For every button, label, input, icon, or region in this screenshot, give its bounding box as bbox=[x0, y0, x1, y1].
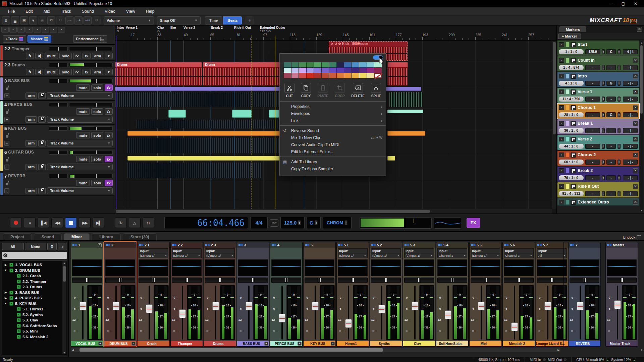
stepper[interactable]: ▲ ▼ bbox=[618, 160, 621, 165]
volume-fader[interactable] bbox=[444, 285, 452, 340]
stepper[interactable]: ▲ ▼ bbox=[618, 144, 621, 149]
timeline-hscrollbar[interactable] bbox=[115, 209, 552, 214]
snap-select[interactable]: Snap Off▼ bbox=[157, 16, 201, 24]
channel-strip-1[interactable]: 10 –6 –12 –∞ –– 9 –– 18 –– 27 –– 36 –VOC… bbox=[71, 242, 103, 347]
undo-icon[interactable]: ↺ bbox=[47, 16, 55, 24]
marker-timesig[interactable]: - | - bbox=[623, 175, 638, 180]
minimize-icon[interactable]: – bbox=[610, 1, 613, 6]
checkbox-checked-icon[interactable]: × bbox=[9, 291, 13, 295]
close-icon[interactable]: ✕ bbox=[634, 1, 637, 6]
mixer-hscrollbar[interactable]: ◀ ▶ bbox=[71, 348, 560, 352]
input-select[interactable]: (L)Input 1/▼ bbox=[338, 253, 368, 258]
color-swatch[interactable] bbox=[367, 73, 374, 78]
marker-row-extended-outro[interactable]: ›Extended Outro✕ bbox=[557, 198, 639, 205]
scroll-down-icon[interactable]: ▼ bbox=[640, 209, 643, 212]
percs-clip[interactable] bbox=[168, 110, 186, 118]
expand-icon[interactable]: › bbox=[559, 153, 564, 157]
guitar-clip-bar[interactable] bbox=[127, 156, 280, 161]
marker-color-chip[interactable] bbox=[566, 168, 569, 173]
delete-action[interactable]: DELETE bbox=[351, 83, 364, 98]
channel-strip-2.1[interactable]: 2.1Input:(L)Input 1/▼0 –6 –12 –∞ –– 9 ––… bbox=[137, 242, 170, 347]
pan-slider[interactable] bbox=[305, 278, 334, 283]
key-clip-bar[interactable] bbox=[127, 131, 280, 136]
menu-edit[interactable]: Edit bbox=[21, 8, 38, 15]
punch-io-button[interactable]: ↑↓ bbox=[143, 218, 154, 228]
pan-slider[interactable] bbox=[49, 79, 68, 83]
color-swatch[interactable] bbox=[337, 62, 344, 67]
stepper[interactable]: ▲ ▼ bbox=[618, 65, 621, 70]
waveform-green[interactable] bbox=[389, 92, 423, 107]
menu-item-reverse-sound[interactable]: ↺Reverse Sound bbox=[280, 127, 386, 134]
volume-slider[interactable] bbox=[69, 47, 113, 51]
color-swatch[interactable] bbox=[322, 68, 329, 73]
arm-button[interactable]: arm bbox=[25, 188, 37, 194]
track-percs-bus[interactable]: 4PERCS BUSmutesolofx+armTrack Volume▾ bbox=[0, 101, 115, 125]
color-swatch[interactable] bbox=[337, 68, 344, 73]
solo-button[interactable]: solo bbox=[91, 84, 104, 91]
fx-button[interactable]: fx bbox=[105, 156, 113, 162]
tree-item-5-2-synths[interactable]: ×5.2. Synths bbox=[4, 312, 61, 318]
waveform[interactable] bbox=[127, 163, 262, 178]
tree-item-5-5-mini[interactable]: ×5.5. Mini bbox=[4, 328, 61, 334]
marker-row-intro[interactable]: ›Intro✕4 : 1 : 0-▲ ▼G▲ ▼- | - bbox=[557, 72, 639, 87]
expand-bus-icon[interactable]: + bbox=[98, 342, 102, 346]
color-swatch[interactable] bbox=[291, 68, 299, 73]
volume-fader[interactable] bbox=[477, 285, 485, 340]
volume-fader[interactable] bbox=[145, 285, 153, 340]
import-icon[interactable]: ▣ bbox=[20, 16, 28, 24]
marker-color-chip[interactable] bbox=[566, 137, 569, 141]
marker-key[interactable]: - bbox=[606, 144, 616, 149]
tree-item-4-percs-bus[interactable]: ▶×4. PERCS BUS bbox=[4, 295, 61, 301]
stepper[interactable]: ▲ ▼ bbox=[618, 128, 621, 133]
delete-marker-icon[interactable]: ✕ bbox=[633, 137, 638, 142]
channel-label[interactable]: Horns1 bbox=[337, 341, 369, 346]
volume-fader[interactable] bbox=[112, 285, 120, 340]
color-swatch[interactable] bbox=[291, 73, 299, 78]
volume-fader[interactable] bbox=[411, 285, 419, 340]
pan-slider[interactable] bbox=[537, 278, 567, 283]
marker-key[interactable]: - bbox=[606, 65, 616, 70]
lock-icon[interactable] bbox=[38, 164, 46, 170]
channel-label[interactable]: Clav bbox=[403, 341, 435, 346]
marker-row-chorus-1[interactable]: ›Chorus 1✕28 : 1 : 0-▲ ▼G▲ ▼- | - bbox=[557, 104, 639, 119]
tree-item-5-3-clav[interactable]: ×5.3. Clav bbox=[4, 317, 61, 323]
marker-tempo[interactable]: - bbox=[585, 144, 600, 149]
track-drums[interactable]: 2.3Drums✎◀)mutesolofxarm▾ bbox=[0, 61, 115, 77]
draw-icon[interactable]: ✎ bbox=[26, 69, 34, 75]
loop-button[interactable]: ↻ bbox=[115, 218, 127, 228]
channel-strip-3[interactable]: 30 –6 –12 –∞ –– 9 –– 18 –– 27 –– 36 –BAS… bbox=[237, 242, 269, 347]
automation-param-select[interactable]: Track Volume▾ bbox=[47, 92, 113, 99]
color-swatch[interactable] bbox=[359, 62, 367, 67]
tree-down-arrow-icon[interactable]: ▼ bbox=[4, 269, 8, 272]
guitar-clip-bar[interactable] bbox=[387, 156, 395, 161]
timeline-vscrollbar[interactable] bbox=[552, 41, 556, 209]
track-menu-icon[interactable]: ▪ bbox=[58, 27, 65, 33]
lock-icon[interactable] bbox=[38, 140, 46, 146]
pan-slider[interactable] bbox=[49, 126, 68, 131]
collapse-icon[interactable]: « bbox=[58, 243, 67, 250]
chevron-down-icon[interactable]: ▾ bbox=[105, 53, 113, 59]
scroll-up-icon[interactable]: ▲ bbox=[62, 262, 66, 264]
color-swatch[interactable] bbox=[367, 62, 374, 67]
tap-tempo-button[interactable]: TAP bbox=[270, 219, 278, 227]
marker-tempo[interactable]: - bbox=[585, 81, 600, 86]
mute-button[interactable]: mute bbox=[76, 132, 90, 138]
fx-button[interactable]: fx bbox=[83, 53, 91, 59]
stepper[interactable]: ▲ ▼ bbox=[618, 97, 621, 102]
volume-slider[interactable] bbox=[69, 126, 113, 131]
master-track-button[interactable]: Master bbox=[28, 35, 51, 43]
marker-time[interactable]: 4 : 1 : 0 bbox=[559, 81, 584, 86]
collapse-bus-icon[interactable]: − bbox=[331, 342, 335, 346]
checkbox-checked-icon[interactable]: × bbox=[9, 268, 13, 273]
stepper[interactable]: ▲ ▼ bbox=[602, 112, 605, 117]
pan-slider[interactable] bbox=[49, 47, 68, 51]
stepper[interactable]: ▲ ▼ bbox=[602, 128, 605, 133]
arm-button[interactable]: arm bbox=[25, 140, 37, 146]
mute-button[interactable]: mute bbox=[76, 84, 90, 91]
split-action[interactable]: SPLIT bbox=[371, 83, 381, 98]
channel-strip-5.5[interactable]: 5.5Input:(L)Input 1/▼0 –6 –12 –∞ –– 9 ––… bbox=[469, 242, 502, 347]
expand-icon[interactable]: › bbox=[559, 184, 564, 189]
stepper[interactable]: ▲ ▼ bbox=[602, 97, 605, 102]
key-display[interactable]: G▲ ▼ bbox=[307, 217, 321, 229]
tab-sound[interactable]: Sound bbox=[34, 233, 62, 240]
